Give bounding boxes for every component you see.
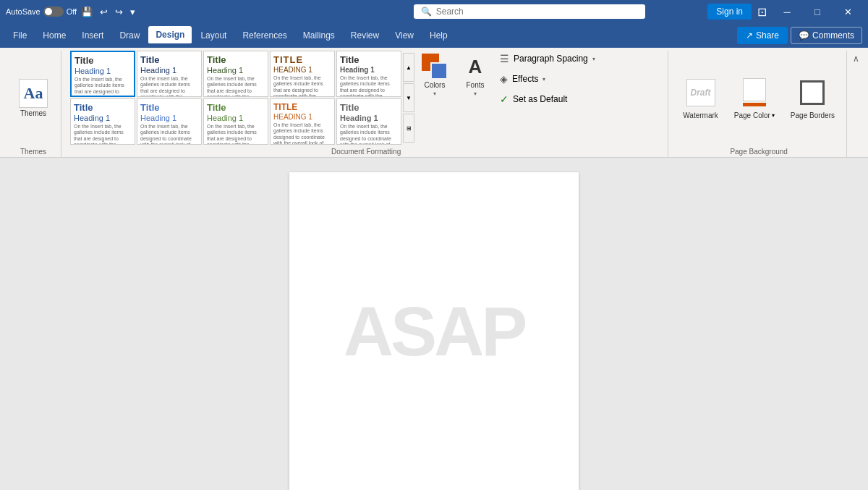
autosave-control[interactable]: AutoSave Off	[6, 7, 77, 17]
page-borders-icon	[796, 77, 828, 109]
style-item-10[interactable]: Title Heading 1 On the Insert tab, the g…	[336, 98, 401, 145]
comments-label: Comments	[812, 30, 854, 41]
doc-formatting-label: Document Formatting	[331, 146, 401, 157]
style-item-2[interactable]: Title Heading 1 On the Insert tab, the g…	[137, 51, 202, 97]
style-h1-9: HEADING 1	[273, 113, 331, 121]
style-h1-4: HEADING 1	[273, 66, 331, 74]
document-area: ASAP	[0, 158, 868, 490]
menu-design[interactable]: Design	[148, 26, 192, 45]
style-h1-1: Heading 1	[75, 67, 131, 75]
page-borders-button[interactable]: Page Borders	[785, 74, 841, 122]
effects-arrow: ▾	[542, 76, 545, 83]
paragraph-spacing-label: Paragraph Spacing	[514, 54, 588, 64]
fonts-button[interactable]: A Fonts ▾	[458, 51, 493, 100]
maximize-button[interactable]: □	[803, 0, 832, 23]
ribbon: Aa Themes Themes Title Heading 1 On the …	[0, 48, 868, 158]
style-h1-5: Heading 1	[340, 66, 398, 74]
share-button[interactable]: ↗ Share	[737, 27, 788, 44]
para-effects: ☰ Paragraph Spacing ▾ ◈ Effects ▾ ✓ Set …	[495, 51, 600, 107]
paragraph-spacing-button[interactable]: ☰ Paragraph Spacing ▾	[495, 51, 600, 67]
style-item-5[interactable]: Title Heading 1 On the Insert tab, the g…	[336, 51, 401, 97]
style-item-1[interactable]: Title Heading 1 On the Insert tab, the g…	[70, 51, 135, 97]
autosave-toggle[interactable]	[43, 7, 64, 17]
style-text-2: On the Insert tab, the galleries include…	[140, 76, 198, 97]
style-text-8: On the Insert tab, the galleries include…	[207, 124, 265, 145]
style-text-3: On the Insert tab, the galleries include…	[207, 76, 265, 97]
style-item-9[interactable]: TITLE HEADING 1 On the Insert tab, the g…	[270, 98, 335, 145]
style-title-4: TITLE	[273, 54, 331, 65]
colors-label: Colors	[425, 81, 446, 89]
style-title-3: Title	[207, 54, 265, 65]
sign-in-button[interactable]: Sign in	[707, 4, 752, 20]
themes-button[interactable]: Aa Themes	[12, 76, 55, 120]
menu-layout[interactable]: Layout	[193, 27, 234, 44]
undo-icon[interactable]: ↩	[100, 7, 108, 17]
effects-icon: ◈	[500, 73, 508, 85]
share-icon: ↗	[746, 30, 753, 41]
search-bar[interactable]: 🔍	[414, 4, 645, 19]
page-color-label: Page Color	[734, 111, 770, 119]
save-icon[interactable]: 💾	[81, 7, 93, 17]
style-h1-6: Heading 1	[74, 114, 132, 122]
colors-fonts: Colors ▾ A Fonts ▾	[417, 51, 493, 100]
menu-view[interactable]: View	[388, 27, 421, 44]
style-title-9: TITLE	[273, 102, 331, 112]
menu-insert[interactable]: Insert	[75, 27, 111, 44]
page-borders-label: Page Borders	[791, 111, 835, 119]
style-text-9: On the Insert tab, the galleries include…	[273, 122, 331, 145]
page-background-buttons: Draft Watermark Page Color ▾	[677, 74, 841, 122]
menu-bar: File Home Insert Draw Design Layout Refe…	[0, 23, 868, 48]
style-h1-3: Heading 1	[207, 66, 265, 75]
set-default-button[interactable]: ✓ Set as Default	[495, 91, 600, 107]
menu-help[interactable]: Help	[422, 27, 455, 44]
menu-file[interactable]: File	[6, 27, 34, 44]
gallery-expand[interactable]: ⊞	[403, 114, 414, 143]
ribbon-group-formatting: Title Heading 1 On the Insert tab, the g…	[64, 51, 668, 157]
style-title-5: Title	[340, 54, 398, 65]
customize-icon[interactable]: ▾	[130, 7, 135, 17]
menu-review[interactable]: Review	[344, 27, 386, 44]
style-item-4[interactable]: TITLE HEADING 1 On the Insert tab, the g…	[270, 51, 335, 97]
style-h1-10: Heading 1	[340, 114, 398, 122]
close-button[interactable]: ✕	[833, 0, 862, 23]
gallery-scroll-down[interactable]: ▼	[403, 83, 414, 112]
style-text-7: On the Insert tab, the galleries include…	[140, 124, 198, 145]
restore-icon[interactable]: ⊡	[757, 5, 767, 19]
style-gallery-items: Title Heading 1 On the Insert tab, the g…	[70, 51, 401, 145]
themes-label: Themes	[20, 109, 46, 117]
autosave-label: AutoSave	[6, 7, 41, 16]
title-bar-icons: 💾 ↩ ↪ ▾	[81, 7, 135, 17]
menu-home[interactable]: Home	[35, 27, 73, 44]
menu-mailings[interactable]: Mailings	[296, 27, 342, 44]
style-item-3[interactable]: Title Heading 1 On the Insert tab, the g…	[203, 51, 268, 97]
style-item-6[interactable]: Title Heading 1 On the Insert tab, the g…	[70, 98, 135, 145]
redo-icon[interactable]: ↪	[115, 7, 123, 17]
gallery-scroll: ▲ ▼ ⊞	[401, 53, 414, 143]
collapse-ribbon-section: ∧	[850, 51, 862, 157]
colors-arrow: ▾	[433, 90, 436, 97]
window-controls: ─ □ ✕	[773, 0, 862, 23]
menu-draw[interactable]: Draw	[112, 27, 147, 44]
menu-bar-right: ↗ Share 💬 Comments	[737, 27, 862, 44]
style-title-10: Title	[340, 102, 398, 113]
style-item-7[interactable]: Title Heading 1 On the Insert tab, the g…	[137, 98, 202, 145]
style-text-4: On the Insert tab, the galleries include…	[273, 75, 331, 97]
page-color-button[interactable]: Page Color ▾	[728, 74, 780, 122]
sign-in-label: Sign in	[716, 7, 743, 17]
themes-content: Aa Themes	[12, 51, 55, 145]
watermark-button[interactable]: Draft Watermark	[677, 74, 724, 122]
colors-button[interactable]: Colors ▾	[417, 51, 452, 100]
menu-references[interactable]: References	[235, 27, 294, 44]
collapse-ribbon-button[interactable]: ∧	[853, 54, 859, 64]
style-h1-7: Heading 1	[140, 114, 198, 122]
watermark-icon: Draft	[685, 77, 717, 109]
comments-button[interactable]: 💬 Comments	[791, 27, 862, 44]
style-item-8[interactable]: Title Heading 1 On the Insert tab, the g…	[203, 98, 268, 145]
effects-label: Effects	[512, 74, 538, 84]
search-input[interactable]	[436, 7, 638, 17]
effects-button[interactable]: ◈ Effects ▾	[495, 71, 600, 87]
gallery-scroll-up[interactable]: ▲	[403, 53, 414, 82]
minimize-button[interactable]: ─	[773, 0, 801, 23]
style-gallery: Title Heading 1 On the Insert tab, the g…	[70, 51, 414, 145]
style-title-8: Title	[207, 102, 265, 113]
